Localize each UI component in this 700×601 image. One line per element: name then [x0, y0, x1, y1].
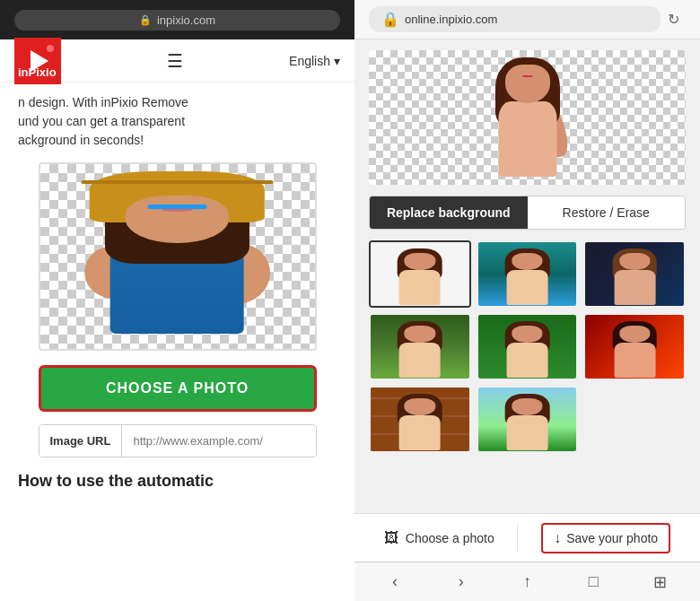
thumb-figure-8 — [493, 394, 562, 451]
left-content: n design. With inPixio Remove und you ca… — [0, 83, 354, 601]
intro-text: n design. With inPixio Remove und you ca… — [18, 93, 337, 150]
share-button[interactable]: ↑ — [511, 566, 543, 598]
tf-body-2 — [506, 270, 547, 304]
bg-thumb-abstract-inner — [585, 315, 684, 379]
background-preview — [369, 50, 686, 185]
language-arrow-icon: ▾ — [334, 54, 340, 68]
woman-figure — [74, 179, 281, 349]
photo-container — [40, 164, 315, 349]
choose-photo-label: Choose a photo — [406, 531, 494, 545]
tf-body-8 — [506, 415, 547, 449]
right-browser-header: 🔒 online.inpixio.com ↻ — [354, 0, 700, 39]
bg-thumb-dark-inner — [585, 242, 684, 306]
right-url-text: online.inpixio.com — [405, 13, 497, 26]
choose-photo-action[interactable]: 🖼 Choose a photo — [384, 530, 494, 546]
download-icon: ↓ — [554, 530, 561, 546]
tab-restore-erase[interactable]: Restore / Erase — [528, 196, 686, 229]
bg-option-abstract[interactable] — [583, 313, 686, 380]
right-address-bar[interactable]: 🔒 online.inpixio.com — [369, 6, 661, 32]
bg-option-brick[interactable] — [369, 386, 471, 453]
tf-face-5 — [512, 326, 543, 343]
photo-preview — [39, 162, 317, 351]
right-content: Replace background Restore / Erase — [354, 39, 700, 513]
smile — [162, 209, 192, 212]
preview-lips — [522, 75, 532, 78]
tf-body-5 — [506, 343, 547, 377]
tf-face-1 — [405, 253, 436, 270]
bg-thumb-forest-inner — [371, 315, 469, 379]
right-lock-icon: 🔒 — [381, 11, 399, 28]
how-to-heading: How to use the automatic — [18, 472, 337, 491]
bg-option-dark[interactable] — [583, 240, 686, 308]
tf-body-3 — [614, 270, 655, 304]
back-button[interactable]: ‹ — [379, 566, 411, 598]
image-url-row: Image URL — [39, 424, 317, 457]
thumb-figure-4 — [385, 321, 454, 379]
bg-thumb-teal-inner — [478, 242, 577, 306]
image-url-label: Image URL — [39, 425, 123, 457]
lock-icon: 🔒 — [139, 14, 152, 26]
bg-option-field[interactable] — [477, 386, 579, 453]
face — [126, 196, 229, 243]
left-address-bar[interactable]: 🔒 inpixio.com — [14, 10, 340, 30]
left-nav: inPixio ☰ English ▾ — [0, 39, 354, 83]
bottom-action-bar: 🖼 Choose a photo ↓ Save your photo — [354, 513, 700, 562]
image-url-input[interactable] — [122, 425, 315, 457]
preview-woman-figure — [483, 57, 573, 179]
logo-dot — [47, 45, 54, 52]
forward-button[interactable]: › — [445, 566, 477, 598]
background-grid — [369, 240, 686, 453]
hat-brim — [81, 180, 274, 185]
tf-body-6 — [614, 343, 655, 377]
tabs-button[interactable]: ⊞ — [643, 566, 676, 598]
bg-option-tropical[interactable] — [477, 313, 579, 380]
save-photo-label: Save your photo — [566, 531, 658, 545]
refresh-button[interactable]: ↻ — [661, 7, 686, 32]
preview-body — [498, 101, 556, 177]
thumb-figure-7 — [385, 394, 454, 451]
bg-thumb-white-inner — [371, 242, 469, 306]
tf-face-6 — [619, 326, 651, 343]
language-selector[interactable]: English ▾ — [289, 54, 340, 68]
tf-face-4 — [405, 326, 436, 343]
logo[interactable]: inPixio — [14, 38, 61, 84]
right-panel: 🔒 online.inpixio.com ↻ Replace backgroun… — [354, 0, 700, 601]
left-panel: 🔒 inpixio.com inPixio ☰ English ▾ n desi… — [0, 0, 354, 601]
bookmark-button[interactable]: □ — [577, 566, 609, 598]
bg-option-white[interactable] — [369, 240, 471, 308]
tf-body-7 — [399, 415, 441, 449]
bg-thumb-field-inner — [478, 388, 577, 451]
thumb-figure-6 — [600, 321, 669, 379]
left-url-text: inpixio.com — [157, 13, 215, 27]
tf-face-8 — [512, 398, 543, 415]
tf-face-3 — [619, 253, 651, 270]
bg-option-teal[interactable] — [477, 240, 579, 308]
thumb-figure-1 — [385, 248, 454, 306]
tabs: Replace background Restore / Erase — [369, 196, 686, 230]
left-browser-header: 🔒 inpixio.com — [0, 0, 354, 39]
tf-face-7 — [405, 398, 436, 415]
preview-face — [505, 65, 550, 103]
image-icon: 🖼 — [384, 530, 398, 546]
tf-body-1 — [399, 270, 441, 304]
language-label: English — [289, 54, 330, 68]
thumb-figure-3 — [600, 248, 669, 306]
thumb-figure-5 — [493, 321, 562, 379]
tf-face-2 — [512, 253, 543, 270]
save-photo-button[interactable]: ↓ Save your photo — [541, 523, 670, 553]
ios-navigation-bar: ‹ › ↑ □ ⊞ — [354, 562, 700, 601]
hamburger-menu-icon[interactable]: ☰ — [167, 50, 183, 72]
logo-text: inPixio — [18, 65, 57, 79]
bottom-divider — [517, 525, 518, 552]
bg-thumb-brick-inner — [371, 388, 469, 451]
bg-thumb-tropical-inner — [478, 315, 577, 379]
tab-replace-background[interactable]: Replace background — [370, 196, 528, 229]
tf-body-4 — [399, 343, 441, 377]
thumb-figure-2 — [493, 248, 562, 306]
choose-photo-button[interactable]: CHOOSE A PHOTO — [39, 365, 317, 412]
bg-option-forest[interactable] — [369, 313, 471, 380]
